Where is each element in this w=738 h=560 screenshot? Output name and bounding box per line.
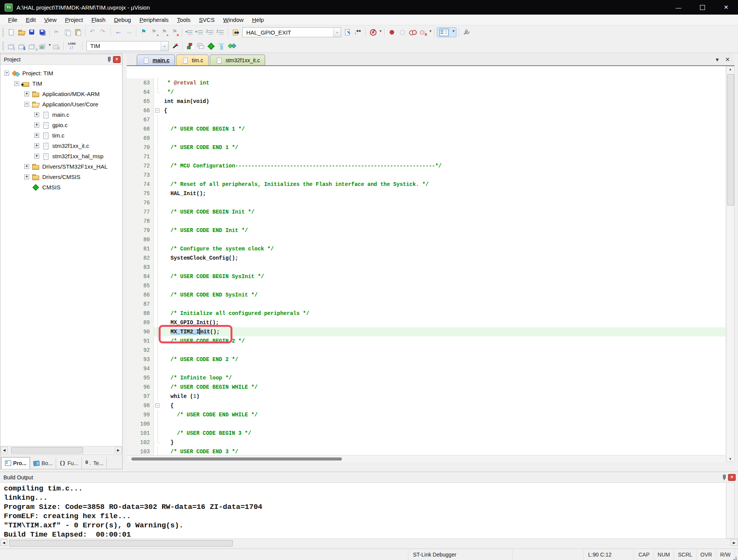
tree-expander-icon[interactable]: − [24, 102, 29, 107]
download-icon[interactable] [67, 42, 79, 50]
code-line[interactable]: 74 /* Reset of all peripherals, Initiali… [127, 180, 725, 189]
pack-installer-icon[interactable] [207, 42, 215, 50]
editor-horizontal-scrollbar[interactable] [127, 455, 725, 462]
panel-tab-pro[interactable]: Pro... [1, 457, 30, 469]
code-line[interactable]: 72 /* MCU Configuration-----------------… [127, 161, 725, 171]
scrollbar-thumb[interactable] [727, 74, 734, 205]
code-line[interactable]: 75 HAL_Init(); [127, 189, 725, 198]
rebuild-icon[interactable] [28, 42, 36, 50]
code-line[interactable]: 69 [127, 134, 725, 143]
bp-toggle-icon[interactable] [409, 28, 416, 36]
build-vertical-scrollbar[interactable] [726, 482, 735, 538]
scrollbar-thumb[interactable] [11, 447, 83, 454]
windows-icon[interactable] [197, 42, 204, 50]
code-line[interactable]: 90 MX_TIM2_Init(); [127, 327, 725, 336]
window-layout-icon[interactable] [439, 29, 449, 36]
code-line[interactable]: 70 /* USER CODE END 1 */ [127, 143, 725, 152]
save-all-icon[interactable] [38, 28, 46, 36]
code-line[interactable]: 82 SystemClock_Config(); [127, 253, 725, 263]
tab-list-dropdown-icon[interactable]: ▼ [715, 57, 720, 63]
indent-more-icon[interactable] [196, 28, 204, 36]
window-layout-button[interactable] [437, 27, 456, 37]
scroll-right-icon[interactable]: ▶ [731, 539, 738, 546]
copy-icon[interactable] [64, 28, 71, 36]
tree-expander-icon[interactable]: + [24, 174, 29, 179]
menu-item-window[interactable]: Window [219, 15, 248, 25]
tree-item-cmsis[interactable]: CMSIS [0, 182, 122, 192]
editor-tab-tim-c[interactable]: tim.c [176, 55, 209, 65]
panel-tab-bo[interactable]: Bo... [30, 457, 56, 469]
tree-item-tim-c[interactable]: +tim.c [0, 130, 122, 141]
batch-build-icon[interactable] [38, 42, 46, 50]
code-line[interactable]: 71 [127, 152, 725, 161]
code-line[interactable]: 84 /* USER CODE BEGIN SysInit */ [127, 272, 725, 281]
code-line[interactable]: 86 /* USER CODE END SysInit */ [127, 290, 725, 300]
bp-set-icon[interactable] [388, 28, 396, 36]
code-line[interactable]: 94 [127, 364, 725, 373]
code-line[interactable]: 64 */ [127, 88, 725, 97]
tree-expander-icon[interactable]: + [34, 123, 39, 128]
close-panel-icon[interactable] [728, 474, 736, 481]
code-line[interactable]: 87 [127, 300, 725, 309]
toolbar-grip[interactable] [2, 28, 4, 36]
tree-item-drivers-stm32f1xx-hal[interactable]: +Drivers/STM32F1xx_HAL [0, 161, 122, 172]
target-combobox[interactable]: TIM ⌄ [86, 41, 169, 51]
filter-icon[interactable] [217, 42, 225, 50]
editor-vertical-scrollbar[interactable]: ▲ ▼ [726, 66, 735, 462]
code-line[interactable]: 88 /* Initialize all configured peripher… [127, 309, 725, 318]
stop-build-icon[interactable] [52, 42, 60, 50]
tree-expander-icon[interactable]: + [24, 91, 29, 96]
close-document-icon[interactable]: ✕ [725, 56, 730, 63]
close-button[interactable]: ✕ [714, 0, 738, 15]
code-line[interactable]: 78 [127, 217, 725, 226]
cut-icon[interactable] [53, 28, 61, 36]
menu-item-project[interactable]: Project [61, 15, 87, 25]
project-horizontal-scrollbar[interactable]: ◀ ▶ [0, 446, 122, 454]
bookmark-next-icon[interactable] [161, 28, 168, 36]
debug-dropdown-caret-icon[interactable] [378, 28, 382, 36]
new-file-icon[interactable] [7, 28, 15, 36]
tree-item-application-mdk-arm[interactable]: +Application/MDK-ARM [0, 89, 122, 99]
code-line[interactable]: 65int main(void) [127, 97, 725, 106]
fold-margin[interactable] [154, 106, 162, 115]
target-combobox-arrow-icon[interactable]: ⌄ [161, 41, 168, 51]
pin-icon[interactable] [720, 474, 728, 481]
batch-build-caret-icon[interactable] [47, 42, 51, 50]
scroll-down-icon[interactable]: ▼ [726, 457, 734, 461]
build-output-console[interactable]: compiling tim.c...linking...Program Size… [0, 482, 726, 538]
code-line[interactable]: 80 [127, 235, 725, 244]
scroll-left-icon[interactable]: ◀ [1, 447, 8, 453]
menu-item-svcs[interactable]: SVCS [195, 15, 219, 25]
code-line[interactable]: 77 /* USER CODE BEGIN Init */ [127, 207, 725, 217]
tree-expander-icon[interactable]: + [34, 143, 39, 148]
scroll-right-icon[interactable]: ▶ [115, 447, 122, 453]
redo-icon[interactable] [100, 28, 107, 36]
maximize-button[interactable] [690, 0, 714, 15]
translate-icon[interactable] [7, 42, 15, 50]
code-line[interactable]: 81 /* Configure the system clock */ [127, 244, 725, 253]
code-line[interactable]: 89 MX_GPIO_Init(); [127, 318, 725, 327]
code-line[interactable]: 101 /* USER CODE BEGIN 3 */ [127, 429, 725, 438]
tree-item-application-user-core[interactable]: −Application/User/Core [0, 99, 122, 109]
scroll-left-icon[interactable]: ◀ [0, 539, 7, 546]
scrollbar-thumb[interactable] [131, 457, 342, 461]
uncomment-selection-icon[interactable] [217, 28, 225, 36]
bp-kill-icon[interactable] [419, 28, 427, 36]
menu-item-flash[interactable]: Flash [87, 15, 110, 25]
tree-expander-icon[interactable]: + [24, 164, 29, 169]
tree-expander-icon[interactable]: − [14, 81, 19, 86]
editor-tab-stm32f1xx-it-c[interactable]: stm32f1xx_it.c [210, 55, 265, 65]
debug-d-icon[interactable] [369, 28, 377, 36]
menu-item-help[interactable]: Help [248, 15, 268, 25]
rte-blocks-icon[interactable] [186, 42, 194, 50]
doc-search-icon[interactable] [344, 28, 352, 36]
build-horizontal-scrollbar[interactable]: ◀ ▶ [0, 538, 738, 547]
tree-item-drivers-cmsis[interactable]: +Drivers/CMSIS [0, 172, 122, 182]
toolbar-grip[interactable] [2, 42, 4, 50]
close-panel-icon[interactable] [113, 56, 121, 63]
code-editor[interactable]: 63 * @retval int64 */65int main(void)66{… [127, 66, 725, 455]
code-line[interactable]: 99 /* USER CODE END WHILE */ [127, 410, 725, 419]
code-line[interactable]: 79 /* USER CODE END Init */ [127, 226, 725, 235]
tree-expander-icon[interactable]: − [4, 71, 9, 76]
find-combobox[interactable]: HAL_GPIO_EXIT ⌄ [242, 27, 341, 37]
